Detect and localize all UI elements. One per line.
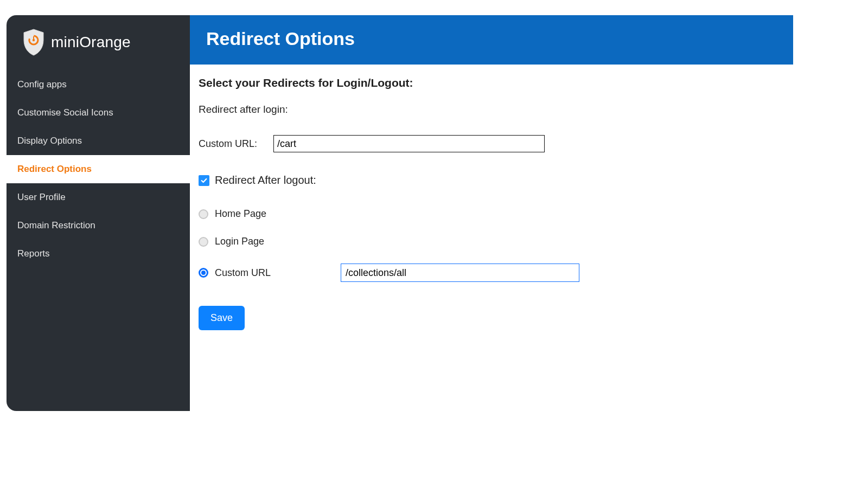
radio-login-page-label: Login Page <box>215 236 264 247</box>
sidebar-item-config-apps[interactable]: Config apps <box>7 70 190 99</box>
section-title: Select your Redirects for Login/Logout: <box>199 76 784 89</box>
sidebar-item-display-options[interactable]: Display Options <box>7 127 190 155</box>
app-root: miniOrange Config apps Customise Social … <box>7 15 793 411</box>
radio-line-custom: Custom URL <box>199 264 784 282</box>
custom-url-label: Custom URL: <box>199 138 264 150</box>
sidebar-item-user-profile[interactable]: User Profile <box>7 183 190 211</box>
radio-line-login: Login Page <box>199 236 784 247</box>
radio-login-page[interactable] <box>199 237 208 247</box>
login-redirect-label: Redirect after login: <box>199 104 784 115</box>
redirect-after-logout-label: Redirect After logout: <box>215 174 316 187</box>
sidebar-nav: Config apps Customise Social Icons Displ… <box>7 70 190 268</box>
radio-line-home: Home Page <box>199 208 784 220</box>
radio-custom-url-label: Custom URL <box>215 267 334 279</box>
main: Redirect Options Select your Redirects f… <box>190 15 793 411</box>
logout-radio-group: Home Page Login Page Custom URL <box>199 208 784 282</box>
custom-url-row: Custom URL: <box>199 135 784 152</box>
shield-icon <box>22 28 46 56</box>
radio-custom-url[interactable] <box>199 268 208 278</box>
radio-home-page-label: Home Page <box>215 208 266 220</box>
brand-name: miniOrange <box>51 34 131 51</box>
sidebar: miniOrange Config apps Customise Social … <box>7 15 190 411</box>
sidebar-item-reports[interactable]: Reports <box>7 240 190 268</box>
sidebar-item-redirect-options[interactable]: Redirect Options <box>7 155 190 183</box>
radio-home-page[interactable] <box>199 209 208 219</box>
brand: miniOrange <box>7 15 190 70</box>
page-title: Redirect Options <box>206 28 777 49</box>
save-button[interactable]: Save <box>199 306 245 330</box>
page-header: Redirect Options <box>190 15 793 65</box>
redirect-after-logout-checkbox[interactable] <box>199 175 209 186</box>
logout-custom-url-input[interactable] <box>341 264 579 282</box>
sidebar-item-domain-restriction[interactable]: Domain Restriction <box>7 211 190 240</box>
logout-checkbox-row: Redirect After logout: <box>199 174 784 187</box>
content: Select your Redirects for Login/Logout: … <box>190 65 793 346</box>
sidebar-item-customise-social-icons[interactable]: Customise Social Icons <box>7 99 190 127</box>
login-custom-url-input[interactable] <box>273 135 545 152</box>
